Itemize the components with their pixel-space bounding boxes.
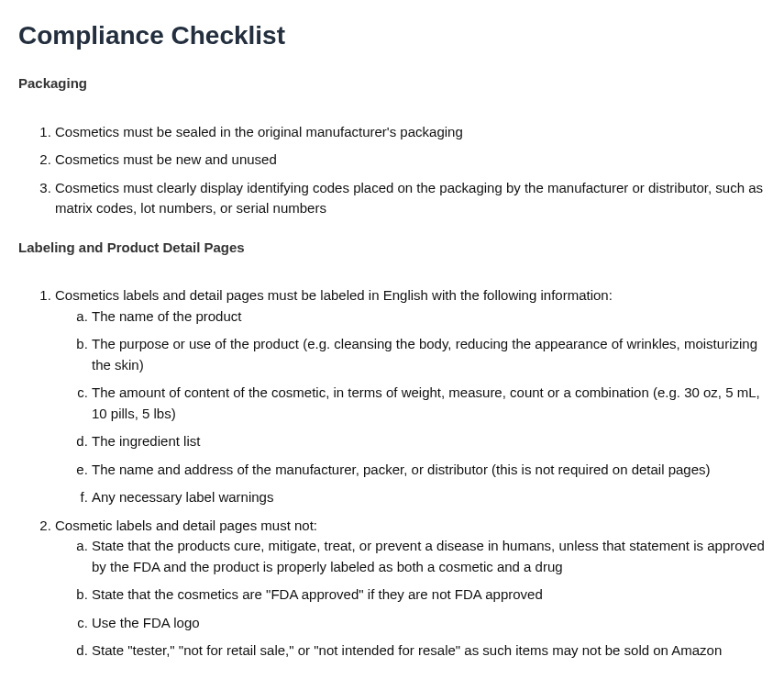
page-title: Compliance Checklist [18,17,766,55]
labeling-list: Cosmetics labels and detail pages must b… [18,285,766,662]
list-item: Cosmetics must be sealed in the original… [55,122,766,143]
list-item-text: Cosmetics labels and detail pages must b… [55,287,613,303]
list-item-text: State "tester," "not for retail sale," o… [92,642,722,658]
list-item-text: The name and address of the manufacturer… [92,462,711,477]
list-item: The name of the product [92,306,766,328]
list-item: The name and address of the manufacturer… [92,460,766,481]
list-item-text: State that the cosmetics are "FDA approv… [92,586,543,602]
list-item: State "tester," "not for retail sale," o… [92,640,766,662]
list-item: Cosmetics must be new and unused [55,150,766,171]
list-item: The purpose or use of the product (e.g. … [92,334,766,375]
list-item-text: Cosmetics must be sealed in the original… [55,124,463,139]
list-item-text: Cosmetics must clearly display identifyi… [55,180,763,217]
section-heading-labeling: Labeling and Product Detail Pages [18,238,766,259]
list-item-text: Cosmetic labels and detail pages must no… [55,518,317,533]
list-item: The ingredient list [92,431,766,452]
list-item: Any necessary label warnings [92,487,766,508]
section-heading-packaging: Packaging [18,73,766,95]
footer-paragraph: For more information, see the U.S. Food … [18,687,766,691]
list-item: Cosmetics must clearly display identifyi… [55,178,766,219]
list-item-text: The purpose or use of the product (e.g. … [92,336,757,373]
list-item: Use the FDA logo [92,613,766,634]
list-item: Cosmetic labels and detail pages must no… [55,516,766,662]
list-item-text: Any necessary label warnings [92,489,273,505]
list-item-text: Cosmetics must be new and unused [55,151,277,167]
list-item-text: The amount of content of the cosmetic, i… [92,384,760,421]
list-item: State that the cosmetics are "FDA approv… [92,584,766,606]
packaging-list: Cosmetics must be sealed in the original… [18,122,766,219]
list-item-text: State that the products cure, mitigate, … [92,538,765,574]
list-item: The amount of content of the cosmetic, i… [92,383,766,424]
sublist: State that the products cure, mitigate, … [55,536,766,662]
list-item-text: The ingredient list [92,433,200,449]
sublist: The name of the product The purpose or u… [55,306,766,508]
list-item-text: Use the FDA logo [92,615,200,630]
list-item: State that the products cure, mitigate, … [92,536,766,577]
list-item: Cosmetics labels and detail pages must b… [55,285,766,508]
list-item-text: The name of the product [92,308,241,324]
